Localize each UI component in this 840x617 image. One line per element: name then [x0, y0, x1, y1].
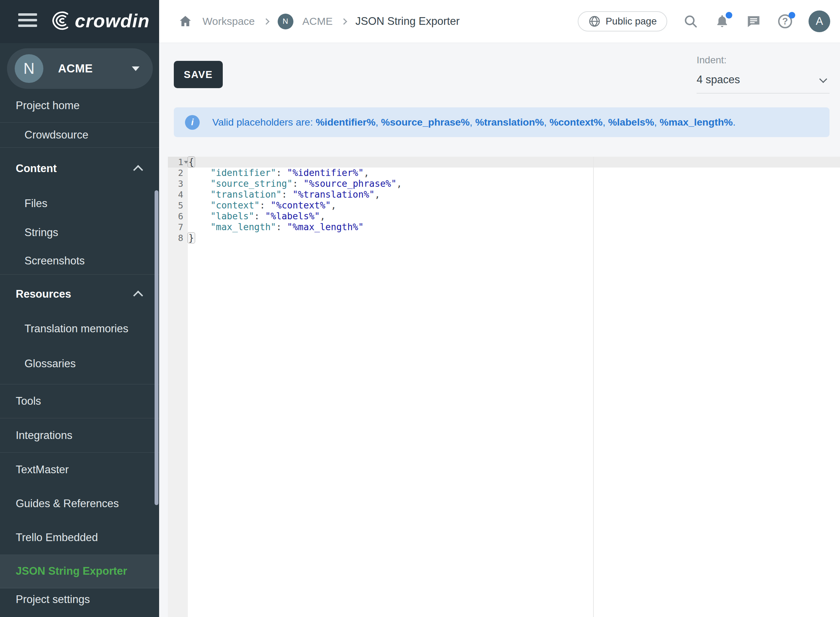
placeholder-token: %labels% [608, 117, 654, 128]
sidebar-item-integrations[interactable]: Integrations [0, 418, 159, 453]
help-icon[interactable]: ? [777, 13, 793, 30]
indent-selected-value: 4 spaces [697, 74, 740, 86]
sidebar-item-files[interactable]: Files [0, 190, 159, 218]
chevron-down-icon [819, 75, 827, 83]
sidebar-item-label: Strings [25, 226, 58, 239]
sidebar-scrollbar[interactable] [155, 190, 158, 505]
sidebar-item-strings[interactable]: Strings [0, 218, 159, 248]
public-page-button[interactable]: Public page [578, 11, 667, 31]
search-icon[interactable] [682, 13, 699, 30]
breadcrumb: Workspace N ACME JSON String Exporter [159, 13, 460, 30]
topbar-actions: Public page ? A [578, 10, 830, 32]
token-punct: , [396, 179, 402, 189]
sidebar-item-label: TextMaster [16, 463, 69, 476]
editor-code-area[interactable]: { "identifier": "%identifier%", "source_… [188, 157, 840, 617]
gutter-line-number[interactable]: 4 [168, 189, 188, 200]
sidebar-item-label: Trello Embedded [16, 531, 98, 544]
sidebar-item-label: Project settings [16, 593, 90, 606]
gutter-line-number[interactable]: 8 [168, 233, 188, 244]
user-avatar[interactable]: A [809, 10, 830, 32]
save-button[interactable]: SAVE [174, 61, 223, 88]
sidebar-item-project-home[interactable]: Project home [0, 89, 159, 123]
gutter-line-number[interactable]: 6 [168, 211, 188, 222]
token-key: "max_length" [211, 222, 276, 232]
sidebar: crowdin N ACME Project homeCrowdsourceCo… [0, 0, 159, 617]
sidebar-item-content[interactable]: Content [0, 148, 159, 190]
token-key: "source_string" [211, 179, 293, 189]
gutter-line-number[interactable]: 2 [168, 168, 188, 179]
code-line-4[interactable]: "translation": "%translation%", [188, 189, 840, 200]
sidebar-item-json-string-exporter[interactable]: JSON String Exporter [0, 554, 159, 588]
token-text [189, 200, 211, 211]
code-line-5[interactable]: "context": "%context%", [188, 200, 840, 211]
org-selector[interactable]: N ACME [7, 48, 153, 89]
notifications-bell-icon[interactable] [714, 13, 730, 30]
sidebar-item-label: Project home [16, 99, 80, 112]
token-string: "%identifier%" [287, 168, 364, 178]
placeholder-token: %translation% [475, 117, 544, 128]
placeholder-token: %context% [550, 117, 603, 128]
token-punct: : [276, 168, 287, 178]
token-punct: , [374, 189, 380, 200]
messages-icon[interactable] [746, 13, 762, 30]
code-editor[interactable]: 12345678 { "identifier": "%identifier%",… [168, 157, 840, 617]
breadcrumb-project-avatar: N [278, 14, 293, 30]
sidebar-item-textmaster[interactable]: TextMaster [0, 453, 159, 487]
hamburger-menu-icon[interactable] [18, 13, 37, 30]
token-punct: , [331, 200, 336, 211]
sidebar-item-glossaries[interactable]: Glossaries [0, 344, 159, 384]
breadcrumb-page-title: JSON String Exporter [355, 15, 460, 28]
crowdin-logo[interactable]: crowdin [48, 9, 150, 32]
public-page-label: Public page [606, 16, 657, 27]
sidebar-item-label: Screenshots [25, 255, 85, 267]
editor-print-margin [593, 157, 594, 617]
code-line-8[interactable]: } [188, 233, 840, 244]
sidebar-item-crowdsource[interactable]: Crowdsource [0, 123, 159, 148]
sidebar-item-trello-embedded[interactable]: Trello Embedded [0, 521, 159, 554]
help-dot [788, 12, 795, 19]
sidebar-item-label: Files [25, 197, 47, 210]
gutter-line-number[interactable]: 5 [168, 200, 188, 211]
token-text [189, 179, 211, 189]
code-line-2[interactable]: "identifier": "%identifier%", [188, 168, 840, 179]
topbar: Workspace N ACME JSON String Exporter Pu… [159, 0, 840, 43]
home-icon[interactable] [177, 13, 193, 30]
chevron-up-icon [133, 165, 143, 175]
gutter-line-number[interactable]: 3 [168, 179, 188, 189]
chevron-down-icon [132, 66, 140, 71]
editor-gutter: 12345678 [168, 157, 188, 617]
info-banner: i Valid placeholders are: %identifier%, … [174, 108, 830, 137]
breadcrumb-workspace[interactable]: Workspace [202, 15, 255, 27]
logo-bar: crowdin [0, 0, 159, 43]
info-icon: i [185, 115, 200, 130]
token-key: "labels" [211, 211, 254, 221]
indent-select[interactable]: 4 spaces [697, 74, 830, 93]
token-punct: : [276, 222, 287, 232]
indent-control: Indent: 4 spaces [697, 55, 830, 93]
code-line-3[interactable]: "source_string": "%source_phrase%", [188, 179, 840, 189]
breadcrumb-project[interactable]: ACME [302, 15, 333, 27]
token-punct: : [260, 200, 271, 211]
token-key: "context" [211, 200, 260, 211]
sidebar-item-guides-references[interactable]: Guides & References [0, 487, 159, 521]
chevron-up-icon [133, 291, 143, 300]
sidebar-item-translation-memories[interactable]: Translation memories [0, 314, 159, 344]
sidebar-item-label: Content [16, 162, 57, 175]
code-line-7[interactable]: "max_length": "%max_length%" [188, 222, 840, 233]
token-text [189, 189, 211, 200]
sidebar-item-tools[interactable]: Tools [0, 384, 159, 418]
info-banner-text: Valid placeholders are: %identifier%, %s… [212, 117, 735, 128]
gutter-line-number[interactable]: 7 [168, 222, 188, 233]
token-string: "%translation%" [292, 189, 374, 200]
sidebar-item-label: Guides & References [16, 497, 119, 510]
token-punct: : [281, 189, 292, 200]
token-string: "%labels%" [265, 211, 320, 221]
sidebar-item-project-settings[interactable]: Project settings [0, 588, 159, 611]
placeholder-token: %max_length% [660, 117, 732, 128]
sidebar-item-screenshots[interactable]: Screenshots [0, 248, 159, 275]
code-line-6[interactable]: "labels": "%labels%", [188, 211, 840, 222]
sidebar-item-resources[interactable]: Resources [0, 275, 159, 314]
placeholder-token: %source_phrase% [381, 117, 470, 128]
code-line-1[interactable]: { [188, 157, 840, 168]
gutter-line-number[interactable]: 1 [168, 157, 188, 168]
